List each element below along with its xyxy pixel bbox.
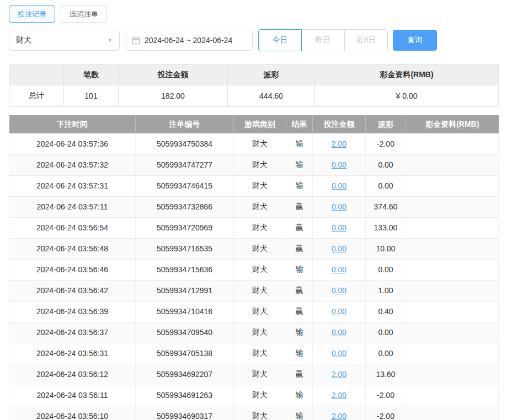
cell-bonus [406, 343, 499, 364]
range-button-last8days[interactable]: 近8日 [344, 29, 388, 51]
cell-order-id: 5059934709540 [136, 322, 234, 343]
bet-amount-link[interactable]: 2.00 [332, 412, 346, 420]
header-result: 结果 [286, 115, 313, 133]
quick-range-group: 今日 昨日 近8日 [258, 29, 388, 51]
header-bet-time: 下注时间 [9, 115, 136, 133]
summary-table: 笔数 投注金额 派彩 彩金资料(RMB) 总计 101 182.00 444.6… [9, 64, 499, 107]
cell-bet-amount: 0.00 [313, 175, 366, 196]
summary-bonus-value: ¥ 0.00 [315, 85, 499, 107]
cell-bet-amount: 0.00 [313, 196, 366, 217]
cell-bet-amount: 0.00 [313, 217, 366, 238]
table-row: 2024-06-24 03:57:32 5059934747277 财犬 输 0… [9, 154, 499, 175]
summary-count-value: 101 [64, 85, 119, 107]
cell-bonus [406, 322, 499, 343]
cell-payout: 0.00 [366, 322, 406, 343]
bet-amount-link[interactable]: 0.00 [332, 307, 346, 316]
cell-order-id: 5059934710416 [136, 301, 234, 322]
bet-amount-link[interactable]: 2.00 [332, 139, 346, 148]
cell-order-id: 5059934705138 [136, 343, 234, 364]
table-row: 2024-06-24 03:56:42 5059934712991 财犬 赢 0… [9, 280, 499, 301]
summary-header-bonus: 彩金资料(RMB) [315, 64, 499, 85]
bet-amount-link[interactable]: 2.00 [332, 391, 346, 400]
bet-amount-link[interactable]: 0.00 [332, 265, 346, 274]
table-row: 2024-06-24 03:57:31 5059934746415 财犬 输 0… [9, 175, 499, 196]
cell-payout: 10.00 [366, 238, 406, 259]
cell-result: 输 [286, 259, 313, 280]
cell-payout: 0.00 [366, 259, 406, 280]
betting-records-page: 投注记录 连消注单 财犬 ▼ 2024-06-24 ~ 2024-06-24 今… [0, 0, 507, 420]
tab-cancelled-orders[interactable]: 连消注单 [61, 6, 107, 23]
date-range-input[interactable]: 2024-06-24 ~ 2024-06-24 [126, 30, 253, 51]
cell-bet-time: 2024-06-24 03:56:54 [9, 217, 136, 238]
cell-bet-amount: 2.00 [313, 406, 366, 420]
records-table-body: 2024-06-24 03:57:36 5059934750384 财犬 输 2… [9, 133, 499, 420]
cell-game-type: 财犬 [234, 364, 286, 385]
cell-result: 赢 [286, 217, 313, 238]
cell-bonus [406, 238, 499, 259]
summary-bet-amount-value: 182.00 [119, 85, 228, 107]
cell-payout: 133.00 [366, 217, 406, 238]
cell-game-type: 财犬 [234, 133, 286, 154]
cell-bonus [406, 133, 499, 154]
cell-bet-time: 2024-06-24 03:56:12 [9, 364, 136, 385]
cell-game-type: 财犬 [234, 196, 286, 217]
bet-amount-link[interactable]: 0.00 [332, 202, 346, 211]
summary-total-label: 总计 [9, 85, 64, 107]
table-row: 2024-06-24 03:56:11 5059934691263 财犬 输 2… [9, 385, 499, 406]
cell-bonus [406, 259, 499, 280]
cell-result: 赢 [286, 364, 313, 385]
cell-bet-time: 2024-06-24 03:56:42 [9, 280, 136, 301]
table-row: 2024-06-24 03:56:31 5059934705138 财犬 输 0… [9, 343, 499, 364]
bet-amount-link[interactable]: 0.00 [332, 349, 346, 358]
cell-order-id: 5059934746415 [136, 175, 234, 196]
game-select[interactable]: 财犬 ▼ [9, 30, 120, 51]
cell-result: 输 [286, 406, 313, 420]
cell-payout: 0.40 [366, 301, 406, 322]
cell-result: 赢 [286, 238, 313, 259]
table-row: 2024-06-24 03:56:10 5059934690317 财犬 输 2… [9, 406, 499, 420]
cell-bet-time: 2024-06-24 03:56:31 [9, 343, 136, 364]
cell-order-id: 5059934720969 [136, 217, 234, 238]
cell-bet-time: 2024-06-24 03:57:32 [9, 154, 136, 175]
cell-result: 赢 [286, 301, 313, 322]
search-button[interactable]: 查询 [393, 30, 437, 51]
summary-total-row: 总计 101 182.00 444.60 ¥ 0.00 [9, 85, 499, 107]
bet-amount-link[interactable]: 0.00 [332, 223, 346, 232]
cell-order-id: 5059934712991 [136, 280, 234, 301]
cell-result: 输 [286, 322, 313, 343]
summary-header-count: 笔数 [64, 64, 119, 85]
cell-bonus [406, 364, 499, 385]
cell-bet-amount: 0.00 [313, 322, 366, 343]
cell-game-type: 财犬 [234, 175, 286, 196]
cell-order-id: 5059934692207 [136, 364, 234, 385]
bet-amount-link[interactable]: 0.00 [332, 328, 346, 337]
cell-bet-amount: 2.00 [313, 364, 366, 385]
cell-bonus [406, 154, 499, 175]
table-row: 2024-06-24 03:57:36 5059934750384 财犬 输 2… [9, 133, 499, 154]
range-button-today[interactable]: 今日 [258, 29, 302, 51]
tab-betting-records[interactable]: 投注记录 [9, 6, 55, 23]
cell-bet-time: 2024-06-24 03:57:11 [9, 196, 136, 217]
range-button-yesterday[interactable]: 昨日 [301, 29, 345, 51]
table-row: 2024-06-24 03:56:46 5059934715636 财犬 输 0… [9, 259, 499, 280]
summary-header-empty [9, 64, 64, 85]
bet-amount-link[interactable]: 0.00 [332, 181, 346, 190]
cell-bet-time: 2024-06-24 03:56:46 [9, 259, 136, 280]
cell-result: 输 [286, 175, 313, 196]
calendar-icon [132, 36, 140, 45]
header-order-id: 注单编号 [136, 115, 234, 133]
cell-bet-amount: 0.00 [313, 238, 366, 259]
cell-payout: -2.00 [366, 406, 406, 420]
bet-amount-link[interactable]: 2.00 [332, 370, 346, 379]
cell-game-type: 财犬 [234, 217, 286, 238]
cell-game-type: 财犬 [234, 322, 286, 343]
cell-result: 输 [286, 154, 313, 175]
table-row: 2024-06-24 03:56:37 5059934709540 财犬 输 0… [9, 322, 499, 343]
bet-amount-link[interactable]: 0.00 [332, 286, 346, 295]
bet-amount-link[interactable]: 0.00 [332, 244, 346, 253]
bet-amount-link[interactable]: 0.00 [332, 160, 346, 169]
cell-bet-amount: 2.00 [313, 133, 366, 154]
cell-bet-time: 2024-06-24 03:56:37 [9, 322, 136, 343]
summary-payout-value: 444.60 [228, 85, 315, 107]
cell-game-type: 财犬 [234, 154, 286, 175]
